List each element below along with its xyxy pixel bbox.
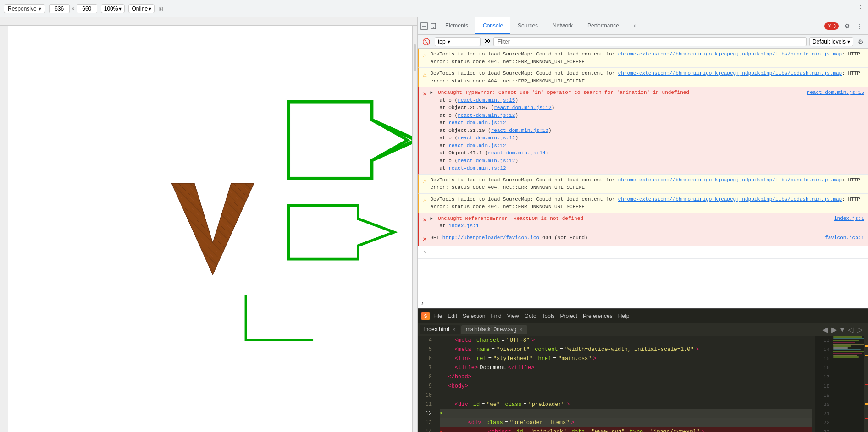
message-content-3: DevTools failed to load SourceMap: Could… (430, 176, 864, 191)
clear-console-button[interactable]: 🚫 (420, 37, 432, 46)
bottom-chevron-icon: › (421, 248, 426, 257)
scrollbar-indicator (864, 336, 868, 432)
context-dropdown-icon: ▾ (448, 38, 450, 45)
inspect-icon[interactable] (420, 22, 429, 31)
right-line-22: 22 (817, 418, 829, 427)
stack-link-index[interactable]: index.js:1 (448, 223, 479, 229)
device-icon[interactable] (429, 22, 438, 31)
console-filter-input[interactable] (493, 37, 807, 46)
tab-more[interactable]: » (626, 17, 644, 34)
scrollbar-mark-2 (865, 355, 868, 356)
error-icon-3: ✕ (423, 235, 426, 244)
tab-close-1[interactable]: ✕ (452, 327, 456, 332)
stack-link[interactable]: react-dom.min.js:12 (494, 105, 551, 110)
stack-link[interactable]: react-dom.min.js:12 (458, 135, 515, 141)
menu-find[interactable]: Find (491, 313, 501, 319)
menu-edit[interactable]: Edit (448, 313, 457, 319)
height-input[interactable] (77, 4, 97, 13)
code-line-4: <meta charset="UTF-8"> (440, 336, 812, 345)
error-source-1[interactable]: react-dom.min.js:15 (807, 89, 864, 97)
editor-menu: File Edit Selection Find View Goto Tools… (433, 313, 629, 319)
tab-close-2[interactable]: ✕ (519, 327, 523, 332)
menu-project[interactable]: Project (560, 313, 577, 319)
console-message-warn-3: ⚠ DevTools failed to load SourceMap: Cou… (418, 175, 868, 194)
tab-elements[interactable]: Elements (438, 17, 475, 34)
width-input[interactable] (49, 4, 70, 13)
console-input[interactable] (426, 300, 864, 306)
menu-goto[interactable]: Goto (525, 313, 536, 319)
stack-link[interactable]: react-dom.min.js:15 (458, 98, 515, 103)
sourcemap-link-3[interactable]: chrome-extension://bhmmomiinigofkjcapegj… (618, 177, 842, 183)
stack-link[interactable]: react-dom.min.js:12 (448, 120, 506, 126)
webpage-preview (0, 17, 417, 432)
zoom-label: 100% (104, 5, 118, 12)
editor-tab-index-html[interactable]: index.html ✕ (420, 325, 460, 334)
console-message-error-2: ✕ ▶ Uncaught ReferenceError: ReactDOM is… (418, 213, 868, 232)
tab-performance[interactable]: Performance (580, 17, 626, 34)
levels-selector[interactable]: Default levels ▾ (809, 37, 853, 46)
error-icon-2: ✕ (423, 215, 426, 225)
code-line-11: <div id="we" class="preloader"> (440, 400, 812, 409)
expand-chevron-2[interactable]: ▶ (430, 215, 435, 222)
context-label: top (438, 38, 446, 45)
sublime-logo: S (421, 312, 430, 320)
tab-split-left-icon[interactable]: ◁ (848, 325, 853, 334)
svg-marker-9 (288, 102, 416, 179)
console-message-error-1: ✕ ▶ Uncaught TypeError: Cannot use 'in' … (418, 87, 868, 175)
tab-split-right-icon[interactable]: ▷ (857, 325, 862, 334)
tab-sources[interactable]: Sources (510, 17, 545, 34)
message-content-4: DevTools failed to load SourceMap: Could… (430, 196, 864, 211)
stacktrace-1: at o (react-dom.min.js:15) at Object.25.… (439, 97, 864, 172)
menu-selection[interactable]: Selection (463, 313, 485, 319)
sourcemap-link-4[interactable]: chrome-extension://bhmmomiinigofkjcapegj… (618, 197, 842, 202)
settings-icon[interactable]: ⚙ (842, 22, 851, 31)
console-messages[interactable]: ⚠ DevTools failed to load SourceMap: Cou… (418, 49, 868, 297)
stack-link[interactable]: react-dom.min.js:12 (458, 158, 515, 164)
sourcemap-link-1[interactable]: chrome-extension://bhmmomiinigofkjcapegj… (618, 51, 842, 57)
eye-icon[interactable]: 👁 (483, 38, 491, 46)
editor-tabs: index.html ✕ mainblack10new.svg ✕ ◀ ▶ ▾ … (418, 323, 868, 336)
menu-tools[interactable]: Tools (542, 313, 555, 319)
console-message-chevron: › (418, 246, 868, 259)
get-source[interactable]: favicon.ico:1 (825, 234, 864, 242)
menu-help[interactable]: Help (618, 313, 630, 319)
sourcemap-link-2[interactable]: chrome-extension://bhmmomiinigofkjcapegj… (618, 71, 842, 76)
devtools-actions: ✕ 3 ⚙ ⋮ (824, 22, 868, 31)
tab-console[interactable]: Console (475, 17, 510, 34)
preview-scrollbar[interactable] (412, 26, 417, 432)
line-num-4: 4 (421, 336, 432, 345)
tab-dropdown-icon[interactable]: ▾ (840, 325, 844, 334)
warn-icon-4: ⚠ (423, 196, 426, 206)
console-settings-icon[interactable]: ⚙ (856, 37, 865, 46)
stack-link[interactable]: react-dom.min.js:12 (458, 113, 515, 118)
network-label: Online (132, 5, 148, 12)
more-devtools-icon[interactable]: ⋮ (855, 22, 864, 31)
error-source-2[interactable]: index.js:1 (834, 215, 864, 223)
code-area[interactable]: <meta charset="UTF-8"> <meta name="viewp… (436, 336, 815, 432)
expand-chevron-1[interactable]: ▶ (430, 89, 435, 96)
tab-network[interactable]: Network (545, 17, 580, 34)
zoom-selector[interactable]: 100% ▾ (101, 4, 125, 13)
line-numbers: 4 5 6 7 8 9 10 11 12 13 14 15 16 (418, 336, 436, 432)
more-options-icon[interactable]: ⋮ (857, 4, 864, 13)
rotate-icon[interactable]: ⊞ (158, 5, 164, 12)
message-content-error-2: ▶ Uncaught ReferenceError: ReactDOM is n… (430, 215, 864, 230)
stack-link[interactable]: react-dom.min.js:13 (491, 128, 548, 133)
right-line-16: 16 (817, 363, 829, 372)
menu-view[interactable]: View (507, 313, 519, 319)
line-num-13: 13 (421, 418, 432, 427)
stack-link[interactable]: react-dom.min.js:12 (448, 143, 506, 148)
tab-left-icon[interactable]: ◀ (822, 325, 828, 334)
stack-link[interactable]: react-dom.min.js:14 (488, 150, 545, 156)
get-request-link[interactable]: http://uberpreloader/favicon.ico (442, 235, 539, 241)
stack-link[interactable]: react-dom.min.js:12 (448, 165, 506, 171)
context-selector[interactable]: top ▾ (435, 37, 481, 46)
editor-tab-svg[interactable]: mainblack10new.svg ✕ (461, 325, 528, 334)
responsive-selector[interactable]: Responsive ▾ (4, 4, 45, 13)
vertical-ruler (0, 26, 8, 432)
code-line-7: <title>Document</title> (440, 363, 812, 372)
menu-preferences[interactable]: Preferences (583, 313, 613, 319)
menu-file[interactable]: File (433, 313, 442, 319)
online-selector[interactable]: Online ▾ (128, 4, 155, 13)
tab-right-icon[interactable]: ▶ (831, 325, 837, 334)
